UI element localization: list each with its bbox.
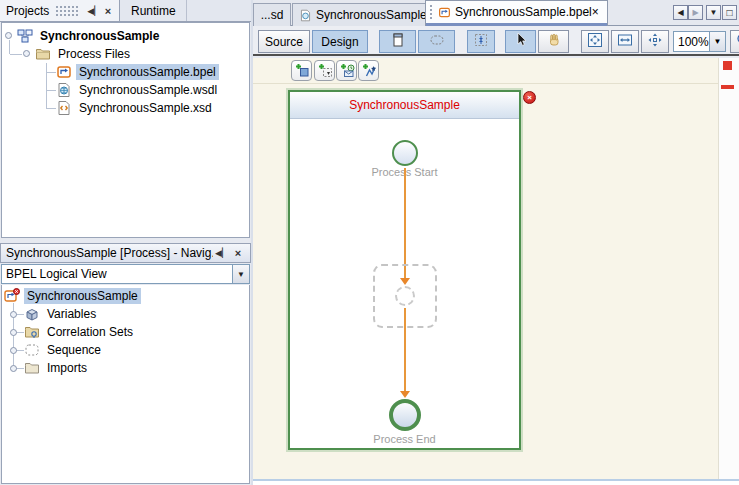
drag-grip-icon[interactable]	[429, 4, 434, 20]
maximize-window-button[interactable]: □	[722, 5, 737, 20]
expand-handle-icon[interactable]	[10, 311, 17, 318]
xsd-file-icon	[56, 100, 72, 116]
drag-grip-icon[interactable]	[55, 5, 79, 17]
wsdl-file-icon	[299, 9, 312, 22]
error-stripe[interactable]	[718, 58, 739, 479]
error-stripe-mark[interactable]	[721, 85, 734, 89]
connector-arrow-icon	[400, 391, 410, 398]
folder-icon	[35, 46, 51, 62]
placeholder-drop-icon[interactable]	[395, 286, 415, 306]
scroll-tabs-right-button[interactable]: ▶	[688, 5, 703, 20]
hand-icon	[546, 32, 562, 51]
show-partnerlinks-toggle[interactable]	[379, 30, 416, 53]
source-view-button[interactable]: Source	[258, 30, 310, 53]
show-sequence-borders-toggle[interactable]	[418, 30, 455, 53]
close-tab-icon[interactable]: ×	[592, 5, 599, 19]
nav-row-variables[interactable]: Variables	[24, 305, 99, 322]
chevron-down-icon: ▼	[710, 8, 718, 17]
add-flow-link-button[interactable]	[358, 60, 379, 81]
navigator-panel: SynchronousSample [Process] - Navig... ◀…	[0, 243, 251, 485]
scroll-left-icon: ◀	[677, 8, 683, 17]
tree-guide	[46, 90, 56, 91]
tab-label: SynchronousSample.bpel	[455, 5, 592, 19]
process-start-node[interactable]	[392, 140, 418, 166]
process-header[interactable]: SynchronousSample	[290, 92, 519, 119]
correlation-sets-icon	[24, 324, 40, 340]
add-activity-button[interactable]	[291, 60, 312, 81]
chevron-down-icon: ▼	[714, 37, 722, 46]
view-selector[interactable]: BPEL Logical View ▼	[1, 264, 250, 284]
process-error-icon	[4, 288, 20, 304]
expand-handle-icon[interactable]	[10, 329, 17, 336]
tree-guide	[46, 108, 56, 109]
projects-tabbar: Projects ◀▏ × Runtime	[0, 0, 251, 22]
expand-handle-icon[interactable]	[10, 365, 17, 372]
tree-label: Sequence	[44, 342, 104, 358]
tree-label: SynchronousSample	[24, 288, 141, 304]
tree-row-wsdl-file[interactable]: SynchronousSample.wsdl	[56, 81, 220, 98]
tab-bpel-active[interactable]: SynchronousSample.bpel ×	[425, 0, 608, 26]
design-canvas[interactable]: SynchronousSample Process Start Process …	[253, 84, 718, 479]
fit-page-icon	[587, 32, 603, 51]
navigator-titlebar[interactable]: SynchronousSample [Process] - Navig... ◀…	[0, 243, 251, 263]
error-badge-icon[interactable]: ×	[523, 91, 536, 104]
error-stripe-global-mark[interactable]	[723, 61, 732, 70]
minimize-panel-icon[interactable]: ◀▏	[215, 247, 229, 260]
nav-row-correlation-sets[interactable]: Correlation Sets	[24, 323, 136, 340]
sequence-icon	[24, 342, 40, 358]
tree-row-bpel-file[interactable]: SynchronousSample.bpel	[56, 63, 219, 80]
navigator-title: SynchronousSample [Process] - Navig...	[6, 246, 213, 260]
expand-handle-icon[interactable]	[23, 50, 30, 57]
minimize-panel-icon[interactable]: ◀▏	[87, 4, 101, 17]
tree-label: Process Files	[55, 46, 133, 62]
tab-projects-label: Projects	[6, 4, 49, 18]
tab-projects[interactable]: Projects ◀▏ ×	[0, 0, 120, 21]
add-placeholder-icon	[317, 62, 333, 80]
chevron-down-icon[interactable]: ▼	[232, 265, 249, 283]
zoom-level-field[interactable]: 100%	[673, 31, 710, 52]
nav-row-process[interactable]: SynchronousSample	[4, 287, 141, 304]
zoom-dropdown-button[interactable]: ▼	[709, 31, 726, 52]
tab-runtime-label: Runtime	[131, 4, 176, 18]
tab-xsd-partial[interactable]: ...sd	[253, 3, 291, 26]
tree-row-project[interactable]: SynchronousSample	[2, 27, 162, 44]
add-message-icon	[339, 62, 355, 80]
fit-diagram-button[interactable]	[581, 30, 609, 53]
nav-row-imports[interactable]: Imports	[24, 359, 90, 376]
page-icon	[390, 32, 406, 51]
zoom-out-button[interactable]	[730, 30, 739, 53]
tree-label: SynchronousSample.bpel	[76, 64, 219, 80]
ide-window: Projects ◀▏ × Runtime	[0, 0, 739, 485]
expand-handle-icon[interactable]	[10, 347, 17, 354]
close-panel-icon[interactable]: ×	[231, 247, 245, 260]
design-view-button[interactable]: Design	[312, 30, 368, 53]
source-button-label: Source	[265, 35, 303, 49]
process-end-node[interactable]	[389, 399, 421, 431]
tab-runtime[interactable]: Runtime	[121, 0, 187, 21]
scroll-tabs-left-button[interactable]: ◀	[673, 5, 688, 20]
cursor-icon	[513, 32, 529, 51]
select-tool-button[interactable]	[505, 30, 536, 53]
auto-layout-toggle[interactable]	[467, 30, 495, 53]
add-web-service-activity-button[interactable]	[336, 60, 357, 81]
editor-bottom-margin	[253, 481, 739, 485]
tree-row-xsd-file[interactable]: SynchronousSample.xsd	[56, 99, 215, 116]
tab-list-dropdown-button[interactable]: ▼	[706, 5, 721, 20]
pan-tool-button[interactable]	[538, 30, 569, 53]
bpel-project-icon	[17, 28, 33, 44]
tree-label: Correlation Sets	[44, 324, 136, 340]
expand-handle-icon[interactable]	[5, 32, 12, 39]
nav-row-sequence[interactable]: Sequence	[24, 341, 104, 358]
bpel-file-icon	[438, 6, 451, 19]
tree-label: SynchronousSample.xsd	[76, 100, 215, 116]
process-title: SynchronousSample	[349, 98, 460, 112]
expand-all-button[interactable]	[641, 30, 669, 53]
connector-line	[404, 308, 406, 391]
add-structured-activity-button[interactable]	[314, 60, 335, 81]
tree-row-process-files[interactable]: Process Files	[20, 45, 133, 62]
tree-label: Imports	[44, 360, 90, 376]
process-container[interactable]: SynchronousSample Process Start Process …	[288, 90, 521, 450]
close-panel-icon[interactable]: ×	[103, 4, 113, 17]
fit-width-button[interactable]	[611, 30, 639, 53]
bpel-file-icon	[56, 64, 72, 80]
